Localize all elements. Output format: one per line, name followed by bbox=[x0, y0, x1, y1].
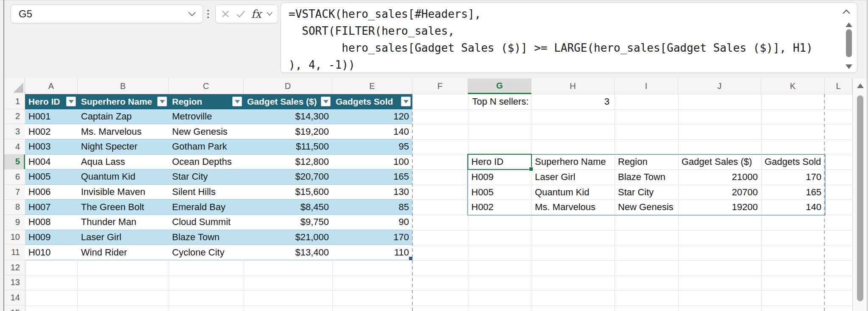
row-header[interactable]: 10 bbox=[4, 230, 25, 245]
chevron-down-icon[interactable] bbox=[187, 11, 197, 17]
hero-table-header-cell[interactable]: Gadgets Sold bbox=[332, 94, 412, 109]
cell-gadgets-sold[interactable]: 100 bbox=[332, 155, 412, 169]
cell-region[interactable]: New Genesis bbox=[615, 200, 678, 215]
scrollbar-thumb[interactable] bbox=[857, 95, 863, 301]
column-header[interactable]: L bbox=[825, 78, 852, 94]
cell-hero-id[interactable]: H008 bbox=[25, 215, 78, 230]
cell-superhero-name[interactable]: Aqua Lass bbox=[78, 155, 169, 169]
cell-superhero-name[interactable]: Thunder Man bbox=[78, 215, 169, 230]
cell-gadget-sales[interactable]: $12,800 bbox=[244, 155, 332, 169]
cell-hero-id[interactable]: H002 bbox=[468, 200, 531, 215]
column-header[interactable]: A bbox=[25, 78, 78, 94]
row-header[interactable]: 7 bbox=[4, 185, 25, 200]
cell-gadget-sales[interactable]: $15,600 bbox=[244, 185, 332, 200]
cell-hero-id[interactable]: H007 bbox=[25, 200, 78, 214]
cell-gadgets-sold[interactable]: 140 bbox=[332, 124, 412, 139]
spill-header-cell[interactable]: Region bbox=[615, 155, 678, 170]
cell-superhero-name[interactable]: Ms. Marvelous bbox=[531, 200, 615, 215]
cell-region[interactable]: New Genesis bbox=[169, 124, 244, 139]
cell-hero-id[interactable]: H002 bbox=[25, 124, 78, 139]
formula-text[interactable]: =VSTACK(hero_sales[#Headers], SORT(FILTE… bbox=[289, 6, 837, 71]
row-header[interactable]: 15 bbox=[4, 305, 25, 311]
cell-hero-id[interactable]: H010 bbox=[25, 245, 78, 260]
cell-superhero-name[interactable]: Laser Girl bbox=[531, 169, 615, 185]
cell-gadgets-sold[interactable]: 130 bbox=[332, 185, 412, 200]
vertical-scrollbar[interactable] bbox=[852, 78, 868, 311]
row-header[interactable]: 6 bbox=[4, 169, 25, 185]
table-row[interactable]: H001 Captain Zap Metroville $14,300 120 bbox=[25, 109, 412, 125]
table-row[interactable]: H009 Laser Girl Blaze Town $21,000 170 bbox=[25, 230, 412, 245]
row-header[interactable]: 8 bbox=[4, 200, 25, 215]
cancel-button[interactable] bbox=[220, 9, 231, 19]
cell-superhero-name[interactable]: Ms. Marvelous bbox=[78, 124, 169, 139]
table-row[interactable]: H010 Wind Rider Cyclone City $13,400 110 bbox=[25, 245, 412, 260]
hero-table-header-cell[interactable]: Superhero Name bbox=[78, 94, 169, 109]
cell-gadget-sales[interactable]: $13,400 bbox=[244, 245, 332, 260]
cell-gadgets-sold[interactable]: 170 bbox=[332, 230, 412, 245]
table-row[interactable]: H005 Quantum Kid Star City $20,700 165 bbox=[25, 169, 412, 185]
cell-region[interactable]: Star City bbox=[615, 185, 678, 200]
cell-gadget-sales[interactable]: $21,000 bbox=[244, 230, 332, 245]
formula-bar-collapse-button[interactable] bbox=[841, 7, 852, 17]
formula-scrollbar-thumb[interactable] bbox=[846, 29, 852, 57]
spill-row[interactable]: H009 Laser Girl Blaze Town 21000 170 bbox=[468, 169, 825, 185]
column-header[interactable]: K bbox=[761, 78, 825, 94]
column-header[interactable]: F bbox=[412, 78, 468, 94]
cell-gadget-sales[interactable]: 21000 bbox=[678, 169, 761, 185]
cell-region[interactable]: Ocean Depths bbox=[169, 155, 244, 169]
row-header[interactable]: 13 bbox=[4, 275, 25, 291]
row-header[interactable]: 3 bbox=[4, 124, 25, 139]
fill-handle[interactable] bbox=[529, 167, 533, 171]
column-header[interactable]: C bbox=[169, 78, 244, 94]
table-row[interactable]: H008 Thunder Man Cloud Summit $9,750 90 bbox=[25, 215, 412, 230]
row-header[interactable]: 5 bbox=[4, 155, 25, 170]
scroll-down-icon[interactable] bbox=[846, 64, 852, 69]
row-header[interactable]: 2 bbox=[4, 109, 25, 125]
insert-function-button[interactable]: fx bbox=[251, 8, 261, 20]
hero-table-header-cell[interactable]: Region bbox=[169, 94, 244, 109]
cell-superhero-name[interactable]: The Green Bolt bbox=[78, 200, 169, 214]
cell-superhero-name[interactable]: Quantum Kid bbox=[531, 185, 615, 200]
spill-row[interactable]: H002 Ms. Marvelous New Genesis 19200 140 bbox=[468, 200, 825, 215]
cell-region[interactable]: Star City bbox=[169, 169, 244, 184]
table-row[interactable]: H003 Night Specter Gotham Park $11,500 9… bbox=[25, 139, 412, 155]
name-box[interactable]: G5 bbox=[11, 4, 203, 23]
table-row[interactable]: H004 Aqua Lass Ocean Depths $12,800 100 bbox=[25, 155, 412, 170]
column-header[interactable]: B bbox=[78, 78, 169, 94]
spill-header-cell[interactable]: Superhero Name bbox=[531, 155, 615, 170]
row-header[interactable]: 14 bbox=[4, 290, 25, 305]
cell-hero-id[interactable]: H003 bbox=[25, 139, 78, 154]
enter-button[interactable] bbox=[235, 9, 246, 19]
row-header[interactable]: 4 bbox=[4, 139, 25, 155]
cell-gadgets-sold[interactable]: 140 bbox=[761, 200, 825, 215]
fx-dropdown-chevron-icon[interactable] bbox=[266, 11, 273, 16]
formula-bar-scrollbar[interactable] bbox=[845, 22, 853, 70]
hero-table-header-cell[interactable]: Hero ID bbox=[25, 94, 78, 109]
cell-region[interactable]: Cyclone City bbox=[169, 245, 244, 260]
cell-superhero-name[interactable]: Laser Girl bbox=[78, 230, 169, 245]
column-header[interactable]: I bbox=[615, 78, 678, 94]
filter-dropdown-button[interactable] bbox=[66, 97, 76, 106]
column-header[interactable]: H bbox=[531, 78, 615, 94]
cell-superhero-name[interactable]: Quantum Kid bbox=[78, 169, 169, 184]
cell-hero-id[interactable]: H006 bbox=[25, 185, 78, 200]
cell-superhero-name[interactable]: Invisible Maven bbox=[78, 185, 169, 200]
cell-g1-top-n-label[interactable]: Top N sellers: bbox=[472, 94, 529, 109]
column-header[interactable]: G bbox=[468, 78, 531, 94]
cell-gadgets-sold[interactable]: 95 bbox=[332, 139, 412, 154]
cell-superhero-name[interactable]: Wind Rider bbox=[78, 245, 169, 260]
select-all-button[interactable] bbox=[4, 78, 25, 94]
table-row[interactable]: H007 The Green Bolt Emerald Bay $8,450 8… bbox=[25, 200, 412, 215]
row-header[interactable]: 12 bbox=[4, 260, 25, 275]
cell-gadgets-sold[interactable]: 170 bbox=[761, 169, 825, 185]
cell-gadgets-sold[interactable]: 110 bbox=[332, 245, 412, 260]
cell-region[interactable]: Gotham Park bbox=[169, 139, 244, 154]
cell-gadget-sales[interactable]: $8,450 bbox=[244, 200, 332, 214]
row-header[interactable]: 1 bbox=[4, 94, 25, 109]
cell-gadget-sales[interactable]: 19200 bbox=[678, 200, 761, 215]
cell-gadget-sales[interactable]: $14,300 bbox=[244, 109, 332, 124]
spill-header-cell[interactable]: Gadgets Sold bbox=[761, 155, 825, 170]
cell-hero-id[interactable]: H005 bbox=[468, 185, 531, 200]
formula-bar-grip[interactable] bbox=[205, 8, 211, 20]
hero-table-header-cell[interactable]: Gadget Sales ($) bbox=[244, 94, 332, 109]
